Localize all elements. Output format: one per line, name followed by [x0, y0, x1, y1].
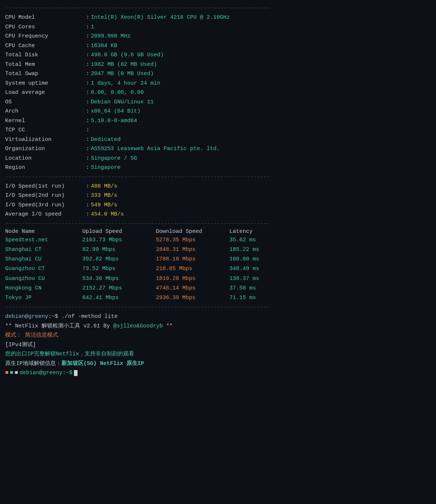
divider-io: ----------------------------------------… — [5, 221, 431, 227]
sysinfo-label: CPU Cache — [5, 41, 86, 51]
sysinfo-row: Location: Singapore / SG — [5, 154, 431, 163]
io-value: 333 MB/s — [91, 191, 117, 200]
sysinfo-value: 0.00, 0.00, 0.00 — [91, 88, 144, 97]
io-colon: : — [86, 182, 89, 191]
sysinfo-colon: : — [86, 163, 89, 173]
sysinfo-label: CPU Model — [5, 13, 86, 22]
sysinfo-value: 1 days, 4 hour 24 min — [91, 79, 160, 88]
sysinfo-label: Kernel — [5, 116, 86, 126]
sysinfo-row: Load average: 0.00, 0.00, 0.00 — [5, 88, 431, 97]
net-node: Guangzhou CT — [5, 264, 82, 274]
sysinfo-value: x86_64 (64 Bit) — [91, 107, 140, 116]
io-row: I/O Speed(2nd run): 333 MB/s — [5, 191, 431, 200]
io-colon: : — [86, 210, 89, 219]
sysinfo-label: Virtualization — [5, 135, 86, 145]
cursor-prompt-text: debian@greeny:~$ — [19, 368, 72, 378]
origin-prefix: 原生IP地域解锁信息： — [5, 361, 61, 367]
sysinfo-row: TCP CC: — [5, 125, 431, 135]
sysinfo-colon: : — [86, 50, 89, 60]
origin-value: 新加坡区(SG) NetFlix 原生IP — [61, 361, 144, 367]
prompt-command: ./nf -method lite — [61, 313, 118, 320]
divider-network: ----------------------------------------… — [5, 304, 431, 310]
sysinfo-colon: : — [86, 135, 89, 145]
sysinfo-value: 2099.998 MHz — [91, 32, 131, 41]
net-upload: 82.99 Mbps — [82, 245, 156, 255]
net-latency: 348.49 ms — [229, 264, 285, 274]
terminal-output: ----------------------------------------… — [5, 5, 431, 378]
sysinfo-row: Kernel: 5.10.0-8-amd64 — [5, 116, 431, 126]
network-row: Shanghai CU 392.82 Mbps 1788.18 Mbps 100… — [5, 255, 431, 264]
net-upload: 2152.27 Mbps — [82, 284, 156, 293]
net-latency: 71.15 ms — [229, 293, 285, 303]
origin-line: 原生IP地域解锁信息：新加坡区(SG) NetFlix 原生IP — [5, 359, 431, 369]
net-upload: 534.36 Mbps — [82, 274, 156, 284]
network-row: Speedtest.net 2163.73 Mbps 5278.35 Mbps … — [5, 235, 431, 245]
net-upload: 642.41 Mbps — [82, 293, 156, 303]
sysinfo-colon: : — [86, 97, 89, 107]
io-colon: : — [86, 200, 89, 210]
sysinfo-value: 2047 MB (0 MB Used) — [91, 69, 154, 79]
sysinfo-value: Dedicated — [91, 135, 121, 145]
sysinfo-colon: : — [86, 79, 89, 88]
sysinfo-label: Total Mem — [5, 60, 86, 70]
io-value: 549 MB/s — [91, 200, 117, 210]
net-download: 218.85 Mbps — [156, 264, 229, 274]
io-value: 454.0 MB/s — [91, 210, 124, 219]
terminal-section: debian@greeny:~$ ./nf -method lite ** Ne… — [5, 312, 431, 378]
sysinfo-value: Singapore — [91, 163, 121, 173]
sysinfo-value: Intel(R) Xeon(R) Silver 4216 CPU @ 2.10G… — [91, 13, 230, 22]
sysinfo-colon: : — [86, 125, 89, 135]
header-latency: Latency — [229, 228, 285, 235]
prompt-separator: :~$ — [48, 313, 61, 320]
net-download: 4748.14 Mbps — [156, 284, 229, 293]
net-download: 2936.39 Mbps — [156, 293, 229, 303]
sysinfo-row: System uptime: 1 days, 4 hour 24 min — [5, 79, 431, 88]
netflix-title-line: ** NetFlix 解锁检测小工具 v2.61 By @sjlleo&Good… — [5, 322, 431, 331]
sysinfo-label: Location — [5, 154, 86, 163]
sysinfo-colon: : — [86, 13, 89, 22]
cursor-icon3: ■ — [15, 368, 18, 378]
sysinfo-row: Arch: x86_64 (64 Bit) — [5, 107, 431, 116]
sysinfo-colon: : — [86, 22, 89, 32]
net-upload: 73.52 Mbps — [82, 264, 156, 274]
net-latency: 37.58 ms — [229, 284, 285, 293]
sysinfo-section: CPU Model: Intel(R) Xeon(R) Silver 4216 … — [5, 13, 431, 173]
sysinfo-label: System uptime — [5, 79, 86, 88]
sysinfo-row: CPU Model: Intel(R) Xeon(R) Silver 4216 … — [5, 13, 431, 22]
netflix-suffix: ** — [163, 323, 173, 329]
sysinfo-value: 1 — [91, 22, 94, 32]
sysinfo-colon: : — [86, 32, 89, 41]
sysinfo-value: 1982 MB (82 MB Used) — [91, 60, 157, 70]
sysinfo-colon: : — [86, 41, 89, 51]
sysinfo-label: OS — [5, 97, 86, 107]
header-node: Node Name — [5, 228, 82, 235]
sysinfo-row: CPU Cores: 1 — [5, 22, 431, 32]
divider-top: ----------------------------------------… — [5, 5, 431, 11]
header-upload: Upload Speed — [82, 228, 156, 235]
net-download: 2848.31 Mbps — [156, 245, 229, 255]
sysinfo-row: Organization: AS59253 Leaseweb Asia Paci… — [5, 144, 431, 154]
network-row: Guangzhou CU 534.36 Mbps 1810.28 Mbps 13… — [5, 274, 431, 284]
network-section: Node Name Upload Speed Download Speed La… — [5, 228, 431, 303]
network-row: Shanghai CT 82.99 Mbps 2848.31 Mbps 185.… — [5, 245, 431, 255]
sysinfo-row: Total Swap: 2047 MB (0 MB Used) — [5, 69, 431, 79]
sysinfo-colon: : — [86, 116, 89, 126]
netflix-prefix: ** NetFlix 解锁检测小工具 v2.61 By — [5, 323, 113, 329]
divider-sysinfo: ----------------------------------------… — [5, 174, 431, 180]
io-section: I/O Speed(1st run): 480 MB/sI/O Speed(2n… — [5, 182, 431, 219]
io-label: I/O Speed(3rd run) — [5, 200, 86, 210]
net-node: Tokyo JP — [5, 293, 82, 303]
sysinfo-colon: : — [86, 60, 89, 70]
net-latency: 100.00 ms — [229, 255, 285, 264]
net-node: Guangzhou CU — [5, 274, 82, 284]
sysinfo-value: AS59253 Leaseweb Asia Pacific pte. ltd. — [91, 144, 220, 154]
io-label: I/O Speed(2nd run) — [5, 191, 86, 200]
sysinfo-label: CPU Cores — [5, 22, 86, 32]
sysinfo-colon: : — [86, 69, 89, 79]
net-download: 1810.28 Mbps — [156, 274, 229, 284]
sysinfo-row: Virtualization: Dedicated — [5, 135, 431, 145]
net-download: 1788.18 Mbps — [156, 255, 229, 264]
sysinfo-colon: : — [86, 88, 89, 97]
net-latency: 35.62 ms — [229, 235, 285, 245]
sysinfo-value: 498.0 GB (9.6 GB Used) — [91, 50, 164, 60]
